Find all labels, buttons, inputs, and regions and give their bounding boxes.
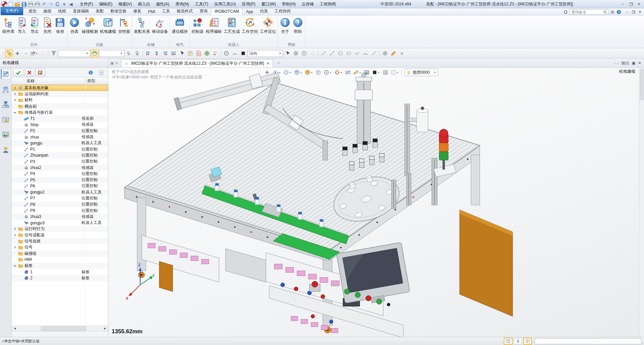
mdi-minimize-button[interactable]: ─ (624, 9, 630, 14)
ribbon-tab-F[interactable]: 文件(F) (1, 7, 23, 15)
filter-icon[interactable] (50, 49, 58, 57)
clip-plane-icon[interactable] (344, 69, 352, 76)
ray-tool-icon[interactable] (370, 49, 378, 57)
display-dark-icon[interactable]: ▼ (371, 69, 381, 76)
ellipse-tool-icon[interactable] (345, 49, 353, 57)
chevron-right-icon[interactable] (13, 99, 17, 102)
new-file-icon[interactable] (7, 1, 14, 7)
tab-close-all-icon[interactable]: ✕ (115, 61, 118, 65)
lasso-icon[interactable]: ◌ (39, 49, 47, 57)
qa-caret-icon[interactable]: ▾ (61, 1, 67, 7)
plane-icon[interactable] (222, 49, 230, 57)
tree-row-标签[interactable]: 标签 (12, 263, 108, 269)
tree-row-碰撞组[interactable]: 碰撞组 (12, 250, 108, 256)
shaded-mode-icon[interactable]: ▼ (282, 69, 292, 76)
tree-row-材料[interactable]: 材料 (12, 97, 108, 103)
auto-regen-icon[interactable] (300, 49, 308, 57)
layout-toggle-icon[interactable] (504, 338, 513, 345)
ribbon-tab-App[interactable]: App (243, 9, 256, 15)
ribbon-tab-4[interactable]: 直接编辑 (69, 8, 92, 15)
tab-list-icon[interactable]: ▣ (110, 61, 114, 65)
tree-row-耦合副[interactable]: 耦合副 (12, 103, 108, 109)
lamp-icon[interactable] (133, 49, 141, 57)
exit-view-icon[interactable] (264, 69, 271, 76)
ribbon-tab-2[interactable]: 曲面 (40, 8, 55, 15)
ribbon-tab-15[interactable]: 工程协同 (271, 8, 294, 15)
tree-row-信号适配器[interactable]: 信号适配器 (12, 232, 108, 238)
dock-chevron-icon[interactable]: ⌄⌄ (614, 62, 619, 65)
annotation-icon[interactable] (195, 49, 203, 57)
tree-row-P5[interactable]: P5位置控制 (12, 177, 108, 183)
tree-row-zhua3[interactable]: zhua3传感器 (12, 214, 108, 220)
tree-row-信号连接[interactable]: 信号连接 (12, 238, 108, 244)
tree-row-P7[interactable]: P7位置控制 (12, 195, 108, 201)
mdi-restore-button[interactable] (631, 9, 637, 14)
tree-row-运行时行为[interactable]: 运行时行为 (12, 226, 108, 232)
ribbon-button-工作空间[interactable]: 工作空间 (241, 16, 259, 35)
line-tool-icon[interactable] (320, 49, 328, 57)
tree-row-传感器与执行器[interactable]: 传感器与执行器 (12, 109, 108, 115)
spline-tool-icon[interactable] (353, 49, 361, 57)
ribbon-button-保存[interactable]: 保存 (54, 16, 66, 35)
ribbon-button-移动设备[interactable]: 移动设备 (151, 16, 169, 35)
ribbon-tab-11[interactable]: 查询 (196, 8, 211, 15)
tree-row-zhua[interactable]: zhua传感器 (12, 134, 108, 140)
arc-mode-icon[interactable] (231, 49, 239, 57)
tree-row-运动副和约束[interactable]: 运动副和约束 (12, 91, 108, 97)
command-search[interactable] (570, 9, 608, 15)
ribbon-button-仿真[interactable]: 仿真 (68, 16, 81, 35)
ribbon-tab-6[interactable]: 数据交换 (107, 8, 130, 15)
tree-row-gongju3[interactable]: gongju3机器人工具 (12, 220, 108, 226)
chevron-right-icon[interactable] (13, 246, 17, 249)
ribbon-tab-14[interactable]: 仿真 (257, 8, 271, 15)
viewport-3d-scene[interactable]: Z Y X (108, 68, 644, 337)
navigate-icon[interactable] (91, 49, 99, 57)
insert-grid-icon[interactable]: ▼ (30, 49, 38, 57)
quick-settings-icon[interactable] (381, 49, 389, 57)
ribbon-button-组件库[interactable]: 组件库 (1, 16, 15, 35)
open-file-icon[interactable] (14, 1, 20, 7)
web-icon[interactable] (203, 49, 211, 57)
undo-icon[interactable]: ↶ (41, 1, 47, 7)
chevron-down-icon[interactable] (13, 264, 17, 267)
ribbon-button-碰撞检测[interactable]: 碰撞检测 (81, 16, 99, 35)
home-icon[interactable] (564, 10, 568, 14)
align-left-icon[interactable] (144, 49, 152, 57)
scroll-right-icon[interactable]: ▶ (103, 327, 107, 330)
menu-item-11[interactable]: 云存储 (299, 0, 317, 8)
close-button[interactable]: ✕ (635, 1, 643, 7)
display-light-icon[interactable]: ▼ (390, 69, 400, 76)
tree-row-Zhuanpan[interactable]: Zhuanpan位置控制 (12, 152, 108, 158)
document-tab[interactable]: ＋ IMCD验证平台-广州工贸技师 流水线12.Z3 - [IMCD验证平台-广… (121, 59, 273, 67)
dock-tab-structure[interactable] (1, 100, 10, 109)
chevron-right-icon[interactable] (13, 234, 17, 237)
tree-row-HMI[interactable]: HMI (12, 256, 108, 263)
cancel-button[interactable] (24, 68, 34, 76)
tree-row-gongju[interactable]: gongju机器人工具 (12, 140, 108, 146)
redo-icon[interactable]: ↷ (48, 1, 54, 7)
orient-compass-icon[interactable]: ▼ (323, 69, 333, 76)
confirm-button[interactable] (13, 68, 23, 76)
wireframe-cube-icon[interactable] (315, 69, 322, 76)
pick-mode-icon[interactable] (283, 49, 291, 57)
entity-filter-combobox[interactable]: ▼ (58, 50, 90, 57)
chevron-right-icon[interactable] (13, 87, 17, 90)
scroll-left-icon[interactable]: ◀ (13, 327, 16, 330)
ribbon-button-工艺生成[interactable]: 工艺生成 (223, 16, 241, 35)
tree-row-P1[interactable]: P1位置控制 (12, 146, 108, 152)
tree-row-P3[interactable]: P3位置控制 (12, 159, 108, 165)
command-input[interactable] (535, 338, 641, 344)
ribbon-tab-5[interactable]: 装配 (92, 8, 107, 15)
right-dock-tab-mechatronics[interactable]: 机电建模 (619, 69, 635, 74)
minimize-button[interactable]: ─ (619, 1, 627, 7)
settings-gear-icon[interactable] (610, 10, 615, 14)
column-name[interactable]: 名称 (12, 78, 35, 84)
layer-combobox[interactable]: 图层0000▼ (405, 69, 438, 76)
tree-row-Stop[interactable]: Stop传感器 (12, 122, 108, 128)
qa-collapse-icon[interactable]: ◀ (68, 1, 74, 7)
more-tools-icon[interactable]: ≡ (398, 49, 406, 57)
ribbon-button-导出[interactable]: UBDF导出 (28, 16, 41, 35)
command-search-input[interactable] (571, 10, 602, 14)
viewport-3d[interactable]: Z Y X 按下<F2>动态的观察 <F8>或者<Shift-roll> 查找下… (108, 68, 644, 337)
list-toggle-icon[interactable] (523, 338, 532, 345)
